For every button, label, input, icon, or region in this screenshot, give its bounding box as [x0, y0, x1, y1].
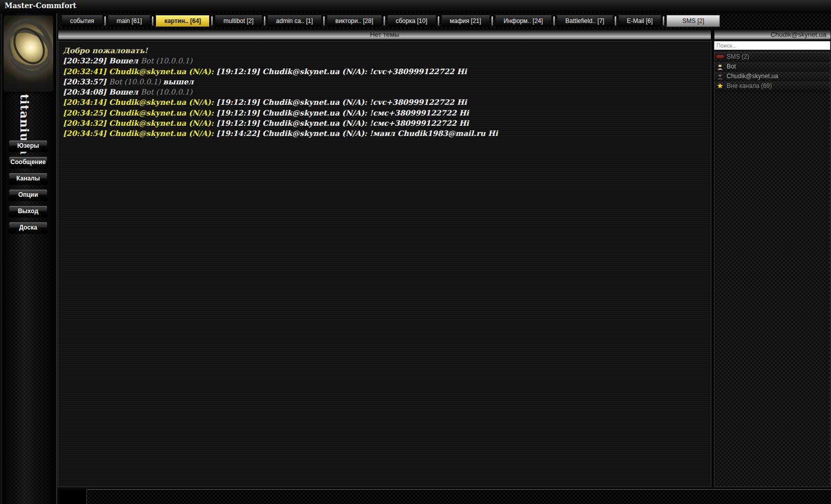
input-corner-button[interactable] [60, 489, 85, 504]
sidebar-menu: ЮзерыСообщениеКаналыОпцииВыходДоска [0, 140, 56, 238]
chat-message: [20:33:57] Bot (10.0.0.1) вышел [63, 77, 706, 87]
chat-message: [20:32:41] Chudik@skynet.ua (N/A): [19:1… [63, 66, 706, 77]
sidebar-button-1[interactable]: Сообщение [9, 156, 48, 168]
tab-9[interactable]: Battlefield.. [7] [557, 15, 613, 27]
chat-message: [20:34:32] Chudik@skynet.ua (N/A): [19:1… [63, 118, 706, 128]
message-segment: [20:34:25] Chudik@skynet.ua (N/A): [63, 108, 216, 117]
tab-3[interactable]: multibot [2] [215, 15, 262, 27]
current-user-header: Chudik@skynet.ua [714, 29, 831, 40]
left-edge-trim [0, 13, 3, 504]
user-list-label: Вне канала (69) [727, 82, 772, 89]
message-segment: [20:33:57] [63, 77, 109, 86]
chat-message: [20:32:29] Вошел Bot (10.0.0.1) [63, 56, 706, 66]
message-segment: [19:14:22] Chudik@skynet.ua (N/A): !маил… [216, 129, 498, 138]
titanium-logo [4, 15, 53, 92]
left-sidebar: titanium ЮзерыСообщениеКаналыОпцииВыходД… [0, 13, 57, 504]
user-list-label: SMS (2) [727, 53, 749, 60]
user-avatar-icon [716, 73, 724, 80]
tab-10[interactable]: E-Mail [6] [618, 15, 662, 27]
user-list-item[interactable]: Bot [714, 62, 830, 72]
user-list-item[interactable]: Chudik@skynet.ua [714, 72, 830, 81]
user-list-label: Bot [727, 63, 736, 70]
tab-6[interactable]: сборка [10] [387, 15, 436, 27]
message-segment: [20:32:41] Chudik@skynet.ua (N/A): [63, 67, 216, 76]
chat-message-area[interactable]: Добро пожаловать![20:32:29] Вошел Bot (1… [58, 41, 711, 487]
chat-message: Добро пожаловать! [63, 45, 706, 56]
sms-icon [716, 53, 724, 60]
message-segment: [19:12:19] Chudik@skynet.ua (N/A): !cvc+… [216, 98, 467, 106]
tab-11[interactable]: SMS [2] [666, 15, 720, 27]
message-segment: [20:34:54] Chudik@skynet.ua (N/A): [63, 129, 216, 138]
tab-0[interactable]: события [61, 15, 103, 27]
message-segment: [20:34:14] Chudik@skynet.ua (N/A): [63, 98, 216, 106]
user-list-label: Chudik@skynet.ua [727, 73, 778, 80]
message-segment: Bot (10.0.0.1) [109, 78, 163, 86]
input-row [58, 488, 831, 504]
tab-2[interactable]: картин.. [64] [155, 15, 210, 27]
user-list-item[interactable]: SMS (2) [714, 52, 830, 62]
user-list-item[interactable]: ★Вне канала (69) [714, 81, 830, 91]
tab-8[interactable]: Информ.. [24] [495, 15, 552, 27]
topic-bar: Нет темы [58, 29, 711, 40]
tab-4[interactable]: admin ca.. [1] [267, 15, 322, 27]
message-segment: [19:12:19] Chudik@skynet.ua (N/A): !cvc+… [216, 67, 467, 76]
sidebar-button-5[interactable]: Доска [9, 222, 48, 233]
window-title: Master-Commfort [5, 2, 76, 10]
tab-5[interactable]: виктори.. [28] [327, 15, 382, 27]
tab-7[interactable]: мафия [21] [441, 15, 490, 27]
chat-message: [20:34:08] Вошел Bot (10.0.0.1) [63, 87, 706, 97]
tab-1[interactable]: main [61] [108, 15, 150, 27]
user-list: SMS (2)BotChudik@skynet.ua★Вне канала (6… [714, 52, 830, 487]
search-input[interactable] [714, 41, 830, 50]
message-segment: вышел [163, 77, 194, 86]
message-segment: Bot (10.0.0.1) [141, 88, 192, 96]
message-segment: Bot (10.0.0.1) [141, 57, 192, 65]
message-segment: [20:32:29] Вошел [63, 56, 141, 65]
sidebar-button-3[interactable]: Опции [9, 189, 48, 200]
message-segment: Добро пожаловать! [63, 46, 148, 55]
message-segment: [20:34:32] Chudik@skynet.ua (N/A): [63, 119, 216, 127]
message-segment: [19:12:19] Chudik@skynet.ua (N/A): !смс+… [216, 119, 469, 127]
message-segment: [20:34:08] Вошел [63, 87, 141, 96]
title-bar: Master-Commfort [0, 0, 831, 13]
message-input-area[interactable] [86, 489, 831, 504]
chat-message: [20:34:14] Chudik@skynet.ua (N/A): [19:1… [63, 97, 706, 107]
bot-avatar-icon [716, 63, 724, 70]
channel-tab-bar: событияmain [61]картин.. [64]multibot [2… [57, 13, 831, 29]
app-window: Master-Commfort titanium ЮзерыСообщениеК… [0, 0, 831, 504]
sidebar-button-0[interactable]: Юзеры [9, 140, 48, 151]
sidebar-button-4[interactable]: Выход [9, 205, 48, 217]
star-icon: ★ [716, 82, 724, 89]
message-segment: [19:12:19] Chudik@skynet.ua (N/A): !смс+… [216, 108, 469, 117]
chat-message: [20:34:54] Chudik@skynet.ua (N/A): [19:1… [63, 128, 706, 139]
sidebar-button-2[interactable]: Каналы [9, 173, 48, 184]
chat-message: [20:34:25] Chudik@skynet.ua (N/A): [19:1… [63, 108, 706, 118]
